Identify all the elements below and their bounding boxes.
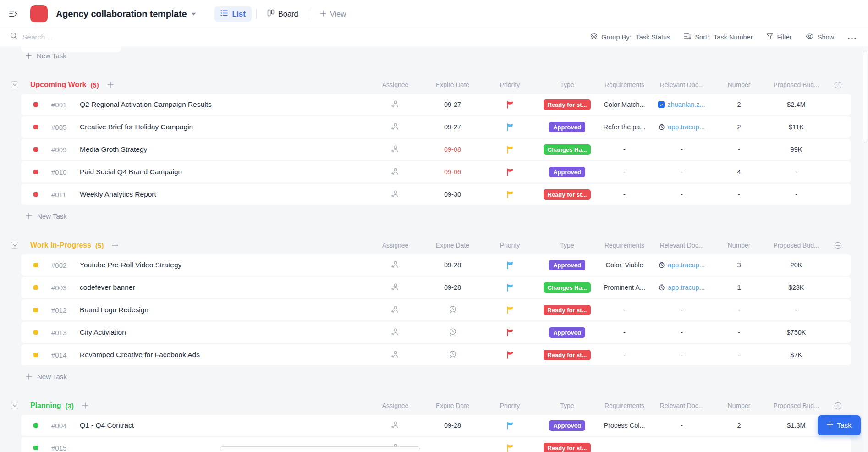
group-by-button[interactable]: Group By: Task Status [590, 33, 670, 41]
budget-cell[interactable]: 99K [768, 146, 825, 153]
number-cell[interactable]: - [710, 351, 768, 358]
budget-cell[interactable]: $750K [768, 329, 825, 336]
type-cell[interactable]: Approved [538, 420, 596, 431]
budget-cell[interactable]: 20K [768, 261, 825, 269]
number-cell[interactable]: - [710, 329, 768, 336]
budget-cell[interactable]: $23K [768, 284, 825, 291]
assignee-cell[interactable] [367, 167, 424, 177]
type-cell[interactable]: Changes Ha... [538, 282, 596, 293]
add-task-fab-button[interactable]: Task [818, 415, 861, 435]
priority-cell[interactable] [481, 422, 538, 430]
task-status-square[interactable] [33, 423, 38, 428]
app-logo[interactable] [30, 5, 48, 22]
task-status-square[interactable] [33, 353, 38, 357]
relevant-doc-cell[interactable]: - [653, 329, 710, 336]
sidebar-toggle-icon[interactable] [8, 9, 18, 19]
task-row[interactable]: #013 City Activiation Approved - - - $75… [21, 322, 851, 343]
priority-cell[interactable] [481, 284, 538, 292]
priority-cell[interactable] [481, 146, 538, 154]
add-column-button[interactable] [825, 242, 851, 249]
task-row[interactable]: #002 Youtube Pre-Roll Video Strategy 09-… [21, 254, 851, 276]
task-title[interactable]: Creative Brief for Holiday Campagin [80, 123, 193, 131]
sort-button[interactable]: Sort: Task Number [684, 33, 753, 41]
assignee-cell[interactable] [367, 420, 424, 430]
new-task-button[interactable]: New Task [0, 47, 868, 64]
task-row[interactable]: #009 Media Groth Strategy 09-08 Changes … [21, 139, 851, 160]
add-column-button[interactable] [825, 402, 851, 410]
relevant-doc-cell[interactable]: - [653, 306, 710, 314]
budget-cell[interactable]: $11K [768, 123, 825, 131]
task-row[interactable]: #012 Brand Logo Redesign Ready for st...… [21, 299, 851, 320]
task-status-square[interactable] [33, 192, 38, 197]
priority-cell[interactable] [481, 306, 538, 314]
priority-cell[interactable] [481, 168, 538, 176]
new-task-button[interactable]: New Task [0, 368, 868, 385]
assignee-cell[interactable] [367, 144, 424, 154]
requirements-cell[interactable]: - [596, 329, 653, 336]
task-row[interactable]: #011 Weekly Analytics Report 09-30 Ready… [21, 184, 851, 205]
priority-cell[interactable] [481, 261, 538, 269]
expire-date-cell[interactable] [424, 350, 481, 360]
relevant-doc-link[interactable]: app.tracup... [659, 284, 705, 291]
vertical-scrollbar[interactable] [862, 46, 868, 452]
number-cell[interactable]: - [710, 146, 768, 153]
horizontal-scrollbar-thumb[interactable] [220, 446, 420, 451]
expire-date-cell[interactable]: 09-06 [424, 168, 481, 176]
task-title[interactable]: Brand Logo Redesign [80, 306, 148, 314]
budget-cell[interactable]: $2.4M [768, 101, 825, 108]
task-status-square[interactable] [33, 263, 38, 267]
task-title[interactable]: Youtube Pre-Roll Video Strategy [80, 261, 181, 269]
group-collapse-toggle[interactable] [11, 402, 18, 409]
requirements-cell[interactable]: Refer the pa... [596, 123, 653, 131]
priority-cell[interactable] [481, 191, 538, 198]
relevant-doc-cell[interactable]: - [653, 168, 710, 176]
number-cell[interactable]: 1 [710, 284, 768, 291]
assignee-cell[interactable] [367, 350, 424, 360]
type-cell[interactable]: Approved [538, 167, 596, 177]
budget-cell[interactable]: - [768, 306, 825, 314]
group-add-task-icon[interactable] [82, 402, 88, 409]
expire-date-cell[interactable]: 09-27 [424, 101, 481, 108]
relevant-doc-cell[interactable]: app.tracup... [653, 261, 710, 269]
task-status-square[interactable] [33, 102, 38, 107]
expire-date-cell[interactable]: 09-27 [424, 123, 481, 131]
type-cell[interactable]: Approved [538, 122, 596, 132]
expire-date-cell[interactable]: 09-28 [424, 261, 481, 269]
relevant-doc-link[interactable]: app.tracup... [659, 123, 705, 131]
search-input[interactable] [22, 33, 215, 41]
relevant-doc-cell[interactable]: app.tracup... [653, 123, 710, 131]
budget-cell[interactable]: $1.3M [768, 422, 825, 429]
assignee-cell[interactable] [367, 189, 424, 199]
group-add-task-icon[interactable] [107, 82, 114, 88]
task-status-square[interactable] [33, 170, 38, 174]
new-task-button[interactable]: New Task [0, 208, 868, 224]
relevant-doc-cell[interactable]: - [653, 146, 710, 153]
relevant-doc-cell[interactable]: - [653, 351, 710, 358]
requirements-cell[interactable]: - [596, 191, 653, 198]
budget-cell[interactable]: - [768, 168, 825, 176]
assignee-cell[interactable] [367, 99, 424, 110]
requirements-cell[interactable]: - [596, 351, 653, 358]
task-row[interactable]: #015 Ready for st... [21, 437, 851, 452]
search-box[interactable] [10, 32, 590, 42]
task-title[interactable]: Q1 - Q4 Contract [80, 421, 134, 430]
relevant-doc-cell[interactable]: - [653, 422, 710, 429]
task-status-square[interactable] [33, 147, 38, 152]
expire-date-cell[interactable] [424, 305, 481, 315]
relevant-doc-link[interactable]: zhuanlan.z... [658, 101, 705, 108]
number-cell[interactable]: - [710, 306, 768, 314]
group-add-task-icon[interactable] [112, 242, 118, 248]
group-collapse-toggle[interactable] [11, 81, 18, 88]
type-cell[interactable]: Ready for st... [538, 443, 596, 452]
task-title[interactable]: Media Groth Strategy [80, 145, 147, 154]
task-title[interactable]: Q2 Regional Activation Campaign Results [80, 100, 212, 109]
task-row[interactable]: #001 Q2 Regional Activation Campaign Res… [21, 94, 851, 115]
expire-date-cell[interactable]: 09-28 [424, 422, 481, 429]
type-cell[interactable]: Ready for st... [538, 350, 596, 360]
priority-cell[interactable] [481, 351, 538, 359]
assignee-cell[interactable] [367, 305, 424, 315]
relevant-doc-link[interactable]: app.tracup... [659, 261, 705, 269]
task-row[interactable]: #003 codefever banner 09-28 Changes Ha..… [21, 277, 851, 298]
requirements-cell[interactable]: - [596, 168, 653, 176]
task-row[interactable]: #014 Revamped Creative for Facebook Ads … [21, 344, 851, 365]
